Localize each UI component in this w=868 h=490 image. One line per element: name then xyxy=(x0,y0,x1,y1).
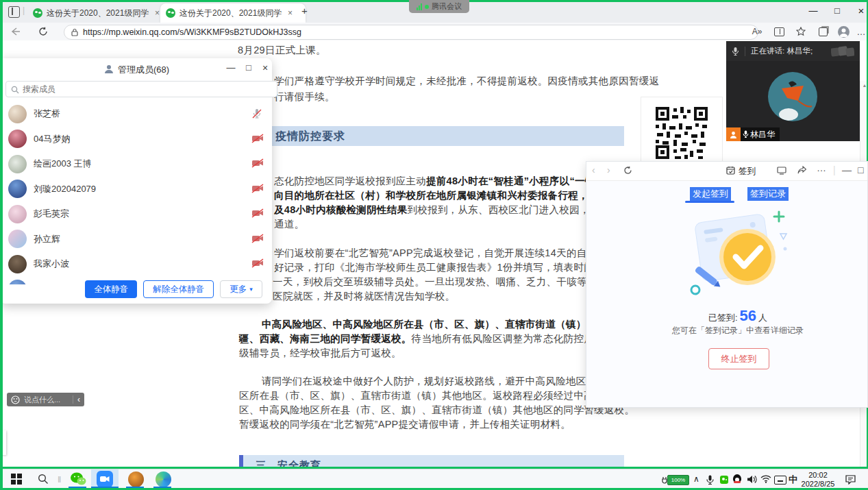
camera-off-icon[interactable] xyxy=(251,234,264,245)
battery-indicator[interactable]: 100% xyxy=(662,475,689,485)
member-icon xyxy=(104,64,114,73)
read-aloud-icon[interactable]: A» xyxy=(749,25,765,38)
member-manager-window: 管理成员(68) — □ × 张芝桥 04马梦妠 xyxy=(0,58,272,304)
tab-close-icon[interactable]: × xyxy=(288,8,293,18)
ime-indicator[interactable]: 中 xyxy=(789,474,797,486)
emoji-icon[interactable] xyxy=(11,395,20,404)
tab-close-icon[interactable]: × xyxy=(155,8,160,18)
address-bar[interactable]: https://mp.weixin.qq.com/s/Wi3KKMF9sB2TU… xyxy=(64,25,758,40)
member-row[interactable]: 绘画2003 王博 xyxy=(0,151,272,177)
tray-wifi-icon[interactable] xyxy=(760,475,771,483)
tab-title: 这份关于2020、2021级同学开学 xyxy=(47,8,149,19)
video-tile[interactable]: 林昌华 xyxy=(726,61,860,141)
tray-wechat-icon[interactable] xyxy=(720,476,728,484)
camera-off-icon[interactable] xyxy=(251,158,264,169)
tray-keyboard-icon[interactable] xyxy=(774,476,786,485)
camera-off-icon[interactable] xyxy=(251,258,264,269)
article-line: 疆、西藏、海南三地的同学暂缓返校。待当地所有低风险区调整为常态化防控后， xyxy=(239,332,604,345)
browser-tab-2-active[interactable]: 这份关于2020、2021级同学开学 × xyxy=(160,3,306,23)
favorites-star-icon[interactable] xyxy=(793,25,808,38)
tray-qq-icon[interactable] xyxy=(733,474,742,485)
chat-placeholder[interactable]: 说点什么... xyxy=(24,395,69,405)
tray-expand-icon[interactable]: ∧ xyxy=(693,474,699,484)
window-maximize-button[interactable]: □ xyxy=(827,3,847,19)
back-icon[interactable]: ‹ xyxy=(592,164,595,175)
meeting-video-window[interactable]: 正在讲话: 林昌华; xyxy=(726,41,860,141)
signin-note: 您可在「签到记录」中查看详细记录 xyxy=(642,325,834,336)
member-row[interactable]: 刘璇202042079 xyxy=(0,177,272,202)
panel-minimize-button[interactable]: — xyxy=(842,164,852,175)
taskbar-edge[interactable] xyxy=(152,469,174,489)
meeting-floating-bar[interactable]: 腾讯会议 xyxy=(409,0,469,13)
article-line: 学们严格遵守学校开学时间规定，未经批准，不得提前返校。因疫情或其他原因暂缓返 xyxy=(274,75,659,88)
panel-maximize-button[interactable]: □ xyxy=(241,62,256,73)
more-button[interactable]: 更多▾ xyxy=(220,280,262,298)
window-close-button[interactable]: × xyxy=(851,3,868,19)
taskbar-search-button[interactable] xyxy=(32,469,55,489)
mic-off-icon[interactable] xyxy=(251,108,264,119)
tab-start-signin[interactable]: 发起签到 xyxy=(690,187,731,201)
tray-volume-icon[interactable] xyxy=(747,475,757,484)
window-minimize-button[interactable]: — xyxy=(803,3,823,19)
video-header: 正在讲话: 林昌华; xyxy=(726,41,860,61)
collections-icon[interactable] xyxy=(815,25,830,38)
new-tab-button[interactable]: + xyxy=(301,5,308,16)
status-dot-icon xyxy=(425,5,429,9)
refresh-icon[interactable] xyxy=(623,166,632,175)
url-text: https://mp.weixin.qq.com/s/Wi3KKMF9sB2TU… xyxy=(83,27,301,37)
camera-off-icon[interactable] xyxy=(251,208,264,219)
back-icon[interactable] xyxy=(8,25,23,38)
browser-tab-1[interactable]: 这份关于2020、2021级同学开学 × xyxy=(27,3,169,23)
screen: | 这份关于2020、2021级同学开学 × 这份关于2020、2021级同学开… xyxy=(0,0,868,490)
article-line: 向目的地所在社区（村）和学校所在地所属银滩镇和兴村委报备行程，持健康 xyxy=(274,189,619,202)
panel-minimize-button[interactable]: — xyxy=(223,62,238,73)
tab-signin-records[interactable]: 签到记录 xyxy=(747,187,789,201)
split-screen-icon[interactable] xyxy=(771,25,786,38)
signin-window: ‹ › 签到 … | — □ 发起签到 签到记录 xyxy=(586,161,868,408)
taskbar-wechat[interactable] xyxy=(67,469,89,489)
unmute-all-button[interactable]: 解除全体静音 xyxy=(143,280,214,298)
taskbar-app-orange[interactable] xyxy=(125,469,147,489)
collapse-chat-icon[interactable]: ‹ xyxy=(77,395,80,404)
avatar xyxy=(8,230,27,248)
panel-maximize-button[interactable]: □ xyxy=(858,164,863,175)
member-row[interactable]: 我家小波 xyxy=(0,252,272,277)
camera-off-icon[interactable] xyxy=(251,134,264,145)
member-manager-titlebar[interactable]: 管理成员(68) — □ × xyxy=(0,58,272,79)
avatar xyxy=(8,255,27,273)
member-row[interactable]: 04马梦妠 xyxy=(0,127,272,152)
plug-icon xyxy=(662,476,667,485)
camera-off-icon[interactable] xyxy=(251,184,264,195)
screen-share-icon[interactable] xyxy=(777,167,786,175)
participant-name: 林昌华 xyxy=(750,129,775,140)
mute-all-button[interactable]: 全体静音 xyxy=(85,280,137,298)
tray-mic-icon[interactable] xyxy=(706,475,714,485)
chat-input-pill[interactable]: 说点什么... ‹ xyxy=(7,393,84,406)
start-button[interactable] xyxy=(4,469,29,489)
layout-grid-icon[interactable] xyxy=(831,46,854,57)
member-row[interactable]: 孙立辉 xyxy=(0,227,272,252)
member-row[interactable]: 张芝桥 xyxy=(0,101,272,127)
taskbar-meeting-active[interactable] xyxy=(91,469,119,489)
avatar xyxy=(8,130,27,148)
article-line: 级辅导员，经学校审批后方可返校。 xyxy=(239,347,401,360)
share-forward-icon[interactable] xyxy=(797,166,806,175)
stop-signin-button[interactable]: 终止签到 xyxy=(708,348,769,369)
profile-avatar[interactable] xyxy=(836,25,851,38)
browser-toolbar: https://mp.weixin.qq.com/s/Wi3KKMF9sB2TU… xyxy=(0,23,868,41)
member-list: 张芝桥 04马梦妠 绘画2003 王博 xyxy=(0,101,272,284)
action-center-icon[interactable] xyxy=(845,475,856,485)
tab-actions-icon[interactable] xyxy=(8,6,20,18)
wechat-icon xyxy=(70,471,86,487)
member-row[interactable]: 彭毛英宗 xyxy=(0,201,272,227)
section-banner-safety: 三、安全教育 xyxy=(239,455,624,467)
panel-close-button[interactable]: × xyxy=(258,62,273,73)
more-icon[interactable]: … xyxy=(817,162,826,173)
search-input[interactable] xyxy=(5,81,277,97)
refresh-icon[interactable] xyxy=(36,25,51,38)
taskbar-clock[interactable]: 20:02 2022/8/25 xyxy=(800,471,836,489)
mic-on-icon xyxy=(743,130,749,138)
article-line: 暂缓返校的同学须在“北艺智苑”APP提交请假申请，并上传相关证明材料。 xyxy=(239,418,571,431)
forward-icon[interactable]: › xyxy=(607,164,610,175)
settings-more-icon[interactable]: … xyxy=(854,25,868,38)
